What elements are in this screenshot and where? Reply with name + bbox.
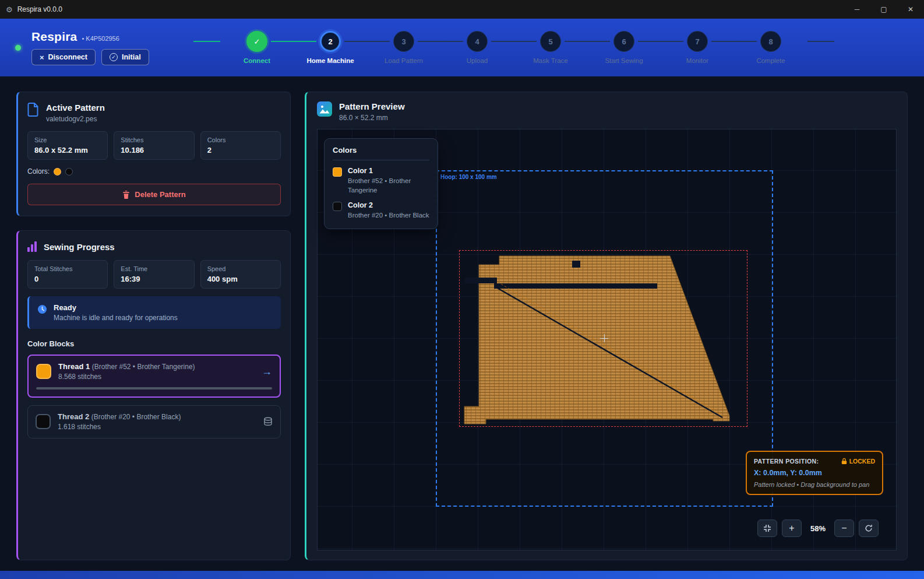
stat-colors: Colors 2 xyxy=(200,131,281,160)
zoom-in-button[interactable]: + xyxy=(782,520,802,537)
clock-icon xyxy=(37,304,47,314)
thread-block-1[interactable]: Thread 1 (Brother #52 • Brother Tangerin… xyxy=(27,355,281,398)
colors-panel: Colors Color 1 Brother #52 • Brother Tan… xyxy=(324,138,438,229)
sewing-progress-card: Sewing Progress Total Stitches 0 Est. Ti… xyxy=(16,230,291,560)
step-number: 8 xyxy=(760,31,781,52)
file-icon xyxy=(27,103,39,117)
step-complete: 8 Complete xyxy=(734,31,807,64)
maximize-button[interactable]: ▢ xyxy=(870,0,897,19)
stepper-edge-line xyxy=(193,41,220,42)
step-monitor: 7 Monitor xyxy=(661,31,734,64)
zoom-controls: + 58% − xyxy=(757,520,879,537)
color-2-swatch xyxy=(333,202,342,211)
active-pattern-card: Active Pattern valetudogv2.pes Size 86.0… xyxy=(16,92,291,216)
wizard-stepper: ✓ Connect 2 Home Machine 3 Load Pattern … xyxy=(193,31,834,64)
origin-crosshair xyxy=(600,334,608,342)
thread-2-name: Thread 2 xyxy=(58,412,89,421)
app-title: Respira v0.0.0 xyxy=(17,5,62,13)
delete-pattern-button[interactable]: Delete Pattern xyxy=(27,184,281,205)
preview-title: Pattern Preview xyxy=(339,101,405,111)
stepper-edge-line xyxy=(807,41,834,42)
brand-title: Respira xyxy=(31,30,77,44)
step-start-sewing: 6 Start Sewing xyxy=(587,31,661,64)
color-1-swatch xyxy=(333,167,342,177)
stat-speed: Speed 400 spm xyxy=(200,260,281,289)
initial-label: Initial xyxy=(122,53,141,61)
pattern-filename: valetudogv2.pes xyxy=(46,115,105,123)
brand-block: Respira • K4P502956 × Disconnect ✓ Initi… xyxy=(31,30,149,65)
color-swatch-1 xyxy=(54,168,61,176)
position-title: PATTERN POSITION: xyxy=(754,458,819,465)
disconnect-button[interactable]: × Disconnect xyxy=(31,49,96,65)
position-hint: Pattern locked • Drag background to pan xyxy=(754,481,875,488)
thread-2-stitches: 1.618 stitches xyxy=(58,423,181,431)
step-number: 3 xyxy=(393,31,414,52)
disconnect-label: Disconnect xyxy=(48,53,87,61)
bar-chart-icon xyxy=(27,241,37,252)
color-item-1: Color 1 Brother #52 • Brother Tangerine xyxy=(333,167,429,195)
initial-button[interactable]: ✓ Initial xyxy=(101,49,149,65)
close-button[interactable]: ✕ xyxy=(897,0,924,19)
window-controls: ─ ▢ ✕ xyxy=(844,0,924,19)
step-number: 4 xyxy=(467,31,488,52)
step-connect: ✓ Connect xyxy=(220,31,294,64)
thread-2-detail: (Brother #20 • Brother Black) xyxy=(91,413,181,421)
preview-dimensions: 86.0 × 52.2 mm xyxy=(339,114,405,122)
zoom-level: 58% xyxy=(806,524,830,533)
close-icon: × xyxy=(40,54,44,61)
app-header: Respira • K4P502956 × Disconnect ✓ Initi… xyxy=(0,19,924,76)
thread-1-swatch xyxy=(36,364,51,379)
step-number: 6 xyxy=(613,31,634,52)
step-number: 5 xyxy=(540,31,561,52)
machine-status-banner: Ready Machine is idle and ready for oper… xyxy=(27,296,281,329)
step-completed-check-icon: ✓ xyxy=(246,31,267,52)
connection-status-dot xyxy=(15,45,21,51)
step-number: 2 xyxy=(320,31,341,52)
status-description: Machine is idle and ready for operations xyxy=(54,314,178,322)
pattern-preview-card: Pattern Preview 86.0 × 52.2 mm Colors Co… xyxy=(305,92,908,560)
stat-stitches: Stitches 10.186 xyxy=(114,131,194,160)
stat-size: Size 86.0 x 52.2 mm xyxy=(27,131,108,160)
arrow-right-icon: → xyxy=(262,366,272,378)
trash-icon xyxy=(122,191,130,199)
image-icon xyxy=(317,101,332,117)
thread-2-swatch xyxy=(36,414,51,429)
thread-1-name: Thread 1 xyxy=(58,362,90,371)
hoop-label: Hoop: 100 x 100 mm xyxy=(440,174,497,180)
position-coordinates: X: 0.0mm, Y: 0.0mm xyxy=(754,469,875,477)
stat-est-time: Est. Time 16:39 xyxy=(114,260,194,289)
sidebar: Active Pattern valetudogv2.pes Size 86.0… xyxy=(16,92,291,560)
thread-block-2[interactable]: Thread 2 (Brother #20 • Brother Black) 1… xyxy=(27,405,281,438)
footer-accent-bar xyxy=(0,571,924,579)
stat-total-stitches: Total Stitches 0 xyxy=(27,260,108,289)
step-load-pattern: 3 Load Pattern xyxy=(367,31,440,64)
lock-icon xyxy=(841,458,847,465)
active-pattern-title: Active Pattern xyxy=(46,103,105,113)
step-mask-trace: 5 Mask Trace xyxy=(514,31,587,64)
titlebar: ⚙ Respira v0.0.0 ─ ▢ ✕ xyxy=(0,0,924,19)
zoom-out-button[interactable]: − xyxy=(834,520,854,537)
fit-view-button[interactable] xyxy=(757,520,777,537)
thread-1-progress-track xyxy=(36,387,272,389)
sewing-progress-title: Sewing Progress xyxy=(44,242,115,252)
check-circle-icon: ✓ xyxy=(110,53,118,61)
pattern-colors-row: Colors: xyxy=(27,167,281,176)
step-home-machine: 2 Home Machine xyxy=(294,31,367,64)
color-item-2: Color 2 Brother #20 • Brother Black xyxy=(333,201,429,220)
step-upload: 4 Upload xyxy=(440,31,514,64)
thread-1-detail: (Brother #52 • Brother Tangerine) xyxy=(92,363,195,371)
reset-view-button[interactable] xyxy=(859,520,879,537)
thread-1-stitches: 8.568 stitches xyxy=(58,373,195,381)
color-blocks-label: Color Blocks xyxy=(27,339,281,348)
color-swatch-2 xyxy=(65,168,73,176)
step-number: 7 xyxy=(687,31,708,52)
app-icon: ⚙ xyxy=(6,5,13,14)
machine-serial: • K4P502956 xyxy=(82,35,119,42)
main-content: Active Pattern valetudogv2.pes Size 86.0… xyxy=(0,76,924,571)
locked-badge: LOCKED xyxy=(841,458,875,465)
status-title: Ready xyxy=(54,303,178,312)
minimize-button[interactable]: ─ xyxy=(844,0,870,19)
pattern-position-overlay: PATTERN POSITION: LOCKED X: 0.0mm, Y: 0.… xyxy=(746,451,883,495)
layers-stack-icon xyxy=(263,417,273,426)
colors-panel-title: Colors xyxy=(333,146,429,160)
